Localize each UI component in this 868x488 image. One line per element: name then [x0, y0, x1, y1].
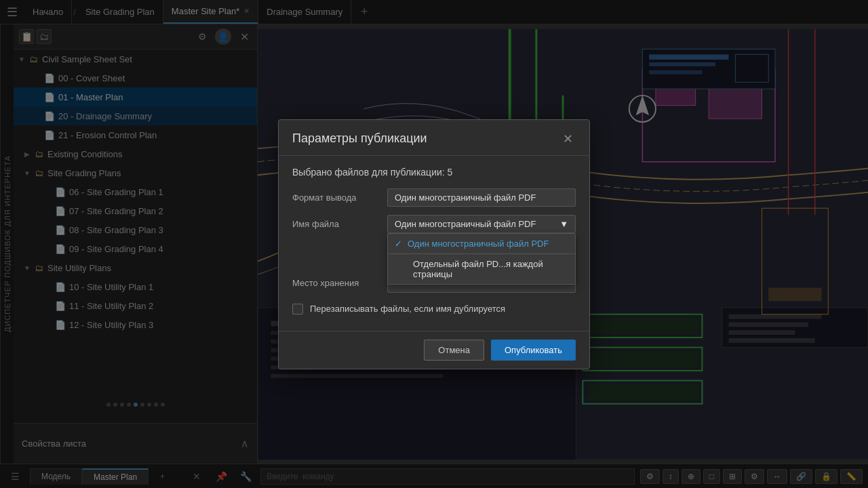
filename-dropdown: Один многостраничный файл PDF ▼ ✓ Один м…: [387, 215, 576, 233]
filename-dropdown-menu: ✓ Один многостраничный файл PDF Отдельны…: [387, 233, 576, 285]
overwrite-label: Перезаписывать файлы, если имя дублирует…: [310, 304, 505, 314]
dialog-header: Параметры публикации ✕: [279, 120, 589, 156]
dialog-subtitle: Выбрано файлов для публикации: 5: [292, 167, 576, 178]
publish-button[interactable]: Опубликовать: [491, 340, 576, 361]
overwrite-checkbox-row: Перезаписывать файлы, если имя дублирует…: [292, 304, 576, 314]
dialog-close-button[interactable]: ✕: [559, 131, 576, 147]
dialog-body: Выбрано файлов для публикации: 5 Формат …: [279, 156, 589, 331]
dialog-overlay: Параметры публикации ✕ Выбрано файлов дл…: [0, 0, 868, 488]
filename-label: Имя файла: [292, 219, 387, 229]
filename-selected: Один многостраничный файл PDF: [395, 219, 536, 229]
format-label: Формат вывода: [292, 192, 387, 203]
overwrite-checkbox[interactable]: [292, 304, 303, 314]
check-icon: ✓: [395, 239, 402, 249]
storage-label: Место хранения: [292, 278, 387, 288]
dropdown-option-multi[interactable]: ✓ Один многостраничный файл PDF: [388, 234, 575, 253]
format-row: Формат вывода Один многостраничный файл …: [292, 188, 576, 207]
dropdown-arrow-icon: ▼: [559, 219, 568, 229]
dropdown-option-single[interactable]: Отдельный файл PD...я каждой страницы: [388, 254, 575, 284]
dialog-footer: Отмена Опубликовать: [279, 331, 589, 369]
format-value[interactable]: Один многостраничный файл PDF: [387, 188, 576, 207]
option-label-single: Отдельный файл PD...я каждой страницы: [413, 259, 568, 279]
dialog-title: Параметры публикации: [292, 131, 427, 146]
publish-dialog: Параметры публикации ✕ Выбрано файлов дл…: [278, 119, 590, 369]
filename-row: Имя файла Один многостраничный файл PDF …: [292, 215, 576, 233]
filename-dropdown-btn[interactable]: Один многостраничный файл PDF ▼: [387, 215, 576, 233]
option-label-multi: Один многостраничный файл PDF: [408, 239, 549, 249]
cancel-button[interactable]: Отмена: [424, 340, 484, 361]
